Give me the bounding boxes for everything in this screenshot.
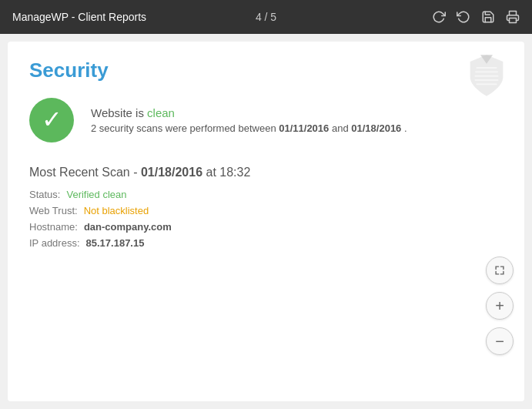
ip-detail-row: IP address: 85.17.187.15 (29, 237, 503, 249)
save-icon[interactable] (481, 10, 495, 24)
webtrust-label: Web Trust: (29, 205, 78, 216)
scans-suffix: . (404, 122, 407, 134)
hostname-value: dan-company.com (84, 221, 172, 233)
ip-label: IP address: (29, 237, 80, 249)
scans-prefix: 2 security scans were performed between (91, 122, 276, 134)
scan-title-line: Most Recent Scan - 01/18/2016 at 18:32 (29, 166, 503, 179)
header-actions (432, 10, 520, 24)
website-status-line: Website is clean (91, 106, 407, 119)
plus-icon: + (495, 298, 504, 313)
main-content: Security ✓ Website is clean 2 security s… (8, 42, 524, 401)
app-header: ManageWP - Client Reports 4 / 5 (0, 0, 532, 34)
minus-icon: − (495, 334, 504, 349)
status-value: Verified clean (66, 189, 126, 200)
scans-info-line: 2 security scans were performed between … (91, 122, 407, 134)
history-icon[interactable] (457, 10, 470, 24)
check-mark-icon: ✓ (42, 107, 62, 132)
hostname-detail-row: Hostname: dan-company.com (29, 221, 503, 233)
date-to: 01/18/2016 (351, 122, 401, 134)
shield-container (466, 52, 507, 102)
svg-rect-0 (510, 18, 517, 23)
action-buttons: + − (486, 256, 514, 355)
zoom-out-button[interactable]: − (486, 327, 514, 355)
scan-title-prefix: Most Recent Scan - (29, 166, 138, 179)
webtrust-detail-row: Web Trust: Not blacklisted (29, 205, 503, 216)
clean-status-circle: ✓ (29, 98, 74, 142)
shield-icon (466, 52, 507, 99)
scan-time: at 18:32 (206, 166, 250, 179)
app-title: ManageWP - Client Reports (12, 11, 146, 23)
refresh-icon[interactable] (432, 10, 446, 24)
zoom-in-button[interactable]: + (486, 292, 514, 320)
status-text-block: Website is clean 2 security scans were p… (91, 106, 407, 134)
expand-button[interactable] (486, 256, 514, 284)
scan-details: Most Recent Scan - 01/18/2016 at 18:32 S… (8, 150, 524, 249)
section-title: Security (8, 42, 524, 90)
scans-middle: and (332, 122, 349, 134)
pagination: 4 / 5 (256, 11, 276, 23)
hostname-label: Hostname: (29, 221, 78, 233)
webtrust-value: Not blacklisted (84, 205, 149, 216)
status-row: ✓ Website is clean 2 security scans were… (8, 90, 524, 150)
status-detail-row: Status: Verified clean (29, 189, 503, 200)
status-label: Status: (29, 189, 60, 200)
print-icon[interactable] (506, 10, 520, 24)
clean-label: clean (147, 106, 175, 119)
website-prefix: Website is (91, 106, 144, 119)
scan-date: 01/18/2016 (141, 166, 202, 179)
date-from: 01/11/2016 (279, 122, 329, 134)
ip-value: 85.17.187.15 (86, 237, 145, 249)
